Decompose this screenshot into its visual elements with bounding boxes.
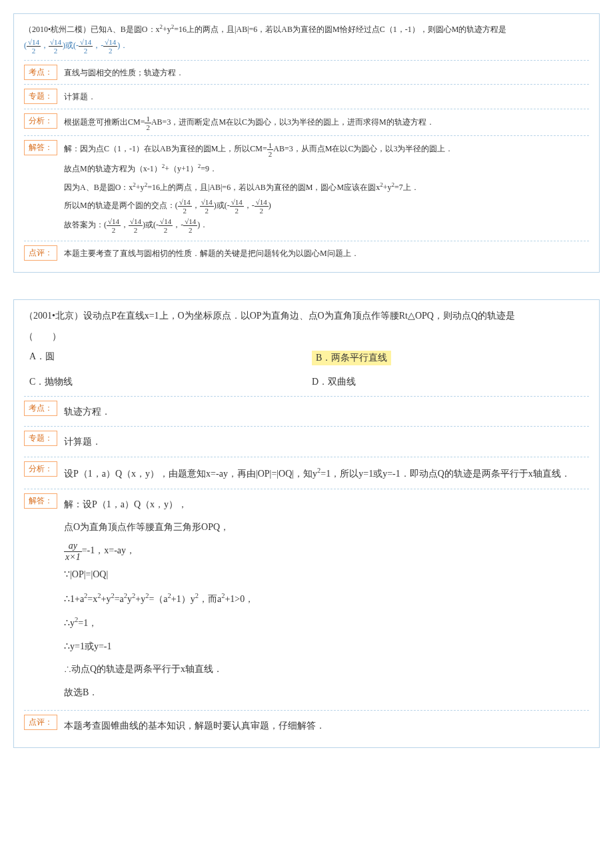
p2-kaodian-row: 考点： 轨迹方程．	[24, 396, 589, 427]
p1-fenxi-content: 根据题意可推断出CM=12AB=3，进而断定点M在以C为圆心，以3为半径的圆上，…	[64, 113, 589, 131]
dianping-label: 点评：	[24, 245, 57, 261]
p2-jieda-line3: ayx×1=-1，x=-ay，	[64, 541, 589, 562]
p1-jieda-row: 解答： 解：因为点C（1，-1）在以AB为直径的圆M上，所以CM=12AB=3，…	[24, 135, 589, 241]
p2-jieda-line5: ∴1+a2=x2+y2=a2y2+y2=（a2+1）y2，而a2+1>0，	[64, 588, 589, 609]
p2-fenxi-row: 分析： 设P（1，a）Q（x，y），由题意知x=-ay，再由|OP|=|OQ|，…	[24, 457, 589, 488]
problem-box-1: （2010•杭州二模）已知A、B是圆O：x2+y2=16上的两点，且|AB|=6…	[13, 13, 600, 273]
p1-jieda-line3: 因为A、B是圆O：x2+y2=16上的两点，且|AB|=6，若以AB为直径的圆M…	[64, 179, 589, 195]
kaodian-label: 考点：	[24, 65, 57, 80]
q1-answer: (√142，√142)或(-√142，-√142)．	[24, 37, 589, 55]
p1-jieda-line2: 故点M的轨迹方程为（x-1）2+（y+1）2=9．	[64, 161, 589, 177]
p2-zhuanti-row: 专题： 计算题．	[24, 426, 589, 457]
p1-jieda-line4: 所以M的轨迹是两个圆的交点：(√142，√142)或(-√142，-√142)	[64, 198, 589, 215]
options-row2: C．抛物线 D．双曲线	[24, 373, 589, 391]
p1-zhuanti-content: 计算题．	[64, 89, 589, 105]
p2-jieda-line7: ∴y=1或y=-1	[64, 637, 589, 657]
p2-jieda-line6: ∴y2=1，	[64, 612, 589, 633]
problem1-question: （2010•杭州二模）已知A、B是圆O：x2+y2=16上的两点，且|AB|=6…	[24, 21, 589, 55]
p1-kaodian-row: 考点： 直线与圆相交的性质；轨迹方程．	[24, 60, 589, 85]
option-c[interactable]: C．抛物线	[24, 373, 306, 391]
problem-box-2: （2001•北京）设动点P在直线x=1上，O为坐标原点．以OP为直角边、点O为直…	[13, 299, 600, 748]
option-a[interactable]: A．圆	[24, 348, 306, 368]
p2-kaodian-content: 轨迹方程．	[64, 401, 589, 423]
p1-dianping-content: 本题主要考查了直线与圆相切的性质．解题的关键是把问题转化为以圆心M问题上．	[64, 245, 589, 261]
p2-jieda-content: 解：设P（1，a）Q（x，y）， 点O为直角顶点作等腰直角三角形OPQ， ayx…	[64, 493, 589, 706]
q1-text-part3: =16上的两点，且|AB|=6，若以AB为直径的圆M恰好经过点C（1，-1），则…	[174, 25, 506, 34]
p1-jieda-line1: 解：因为点C（1，-1）在以AB为直径的圆M上，所以CM=12AB=3，从而点M…	[64, 141, 589, 158]
p2-zhuanti-content: 计算题．	[64, 431, 589, 453]
fenxi-label: 分析：	[24, 461, 57, 477]
dianping-label: 点评：	[24, 715, 57, 730]
p1-fenxi-row: 分析： 根据题意可推断出CM=12AB=3，进而断定点M在以C为圆心，以3为半径…	[24, 109, 589, 135]
option-b[interactable]: B．两条平行直线	[306, 348, 589, 368]
problem2-paren: （ ）	[24, 331, 589, 343]
option-d[interactable]: D．双曲线	[306, 373, 589, 391]
q1-period: ．	[120, 41, 128, 50]
fenxi-label: 分析：	[24, 113, 57, 129]
zhuanti-label: 专题：	[24, 89, 57, 104]
p1-dianping-row: 点评： 本题主要考查了直线与圆相切的性质．解题的关键是把问题转化为以圆心M问题上…	[24, 241, 589, 265]
jieda-label: 解答：	[24, 140, 57, 155]
q1-text-part1: （2010•杭州二模）已知A、B是圆O：x	[24, 25, 160, 34]
options-row1: A．圆 B．两条平行直线	[24, 348, 589, 368]
p2-fenxi-content: 设P（1，a）Q（x，y），由题意知x=-ay，再由|OP|=|OQ|，知y2=…	[64, 461, 589, 484]
jieda-label: 解答：	[24, 493, 57, 509]
kaodian-label: 考点：	[24, 401, 57, 416]
p1-jieda-line5: 故答案为：(√142，√142)或(-√142，-√142)．	[64, 217, 589, 234]
p2-jieda-line2: 点O为直角顶点作等腰直角三角形OPQ，	[64, 517, 589, 538]
p1-kaodian-content: 直线与圆相交的性质；轨迹方程．	[64, 65, 589, 81]
p2-jieda-line4: ∵|OP|=|OQ|	[64, 565, 589, 585]
q1-text-part2: +y	[163, 25, 171, 34]
p2-dianping-row: 点评： 本题考查圆锥曲线的基本知识，解题时要认真审题，仔细解答．	[24, 710, 589, 741]
problem2-question: （2001•北京）设动点P在直线x=1上，O为坐标原点．以OP为直角边、点O为直…	[24, 307, 589, 325]
p2-dianping-content: 本题考查圆锥曲线的基本知识，解题时要认真审题，仔细解答．	[64, 715, 589, 737]
option-b-highlight: B．两条平行直线	[312, 351, 391, 365]
p2-jieda-line9: 故选B．	[64, 683, 589, 703]
p2-jieda-row: 解答： 解：设P（1，a）Q（x，y）， 点O为直角顶点作等腰直角三角形OPQ，…	[24, 489, 589, 710]
p1-jieda-content: 解：因为点C（1，-1）在以AB为直径的圆M上，所以CM=12AB=3，从而点M…	[64, 140, 589, 237]
p2-jieda-line8: ∴动点Q的轨迹是两条平行于x轴直线．	[64, 659, 589, 680]
p2-jieda-line1: 解：设P（1，a）Q（x，y），	[64, 495, 589, 515]
p1-zhuanti-row: 专题： 计算题．	[24, 84, 589, 109]
zhuanti-label: 专题：	[24, 431, 57, 446]
